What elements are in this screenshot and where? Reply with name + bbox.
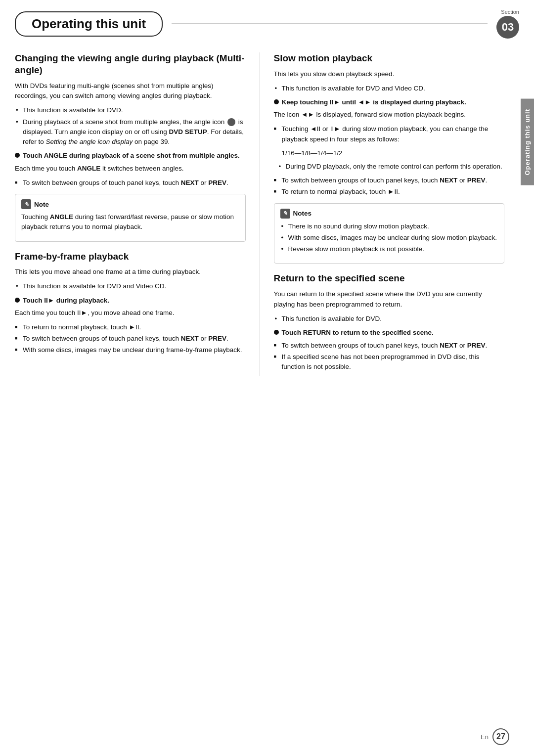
speed-bullets: During DVD playback, only the remote con… bbox=[278, 162, 505, 172]
frame-subheading-text: Touch II► during playback. bbox=[23, 296, 109, 306]
page-header: Operating this unit Section 03 bbox=[0, 0, 534, 39]
angle-icon bbox=[227, 118, 235, 126]
angle-subheading: Touch ANGLE during playback of a scene s… bbox=[15, 151, 246, 161]
angle-sub-text: Each time you touch ANGLE it switches be… bbox=[15, 164, 246, 174]
list-item: To switch between groups of touch panel … bbox=[274, 176, 505, 185]
page-footer: En 27 bbox=[481, 728, 509, 745]
slow-motion-subheading-text: Keep touching II► until ◄► is displayed … bbox=[282, 97, 466, 107]
circle-bullet-icon bbox=[15, 298, 20, 303]
slow-motion-intro: This lets you slow down playback speed. bbox=[274, 69, 505, 80]
slow-motion-sub-text: The icon ◄► is displayed, forward slow m… bbox=[274, 110, 505, 120]
section-slow-motion: Slow motion playback This lets you slow … bbox=[274, 52, 505, 264]
circle-bullet-icon bbox=[274, 330, 279, 335]
list-item: This function is available for DVD. bbox=[274, 314, 505, 324]
return-scene-subheading: Touch RETURN to return to the specified … bbox=[274, 328, 505, 338]
multi-angle-heading: Changing the viewing angle during playba… bbox=[15, 52, 246, 76]
circle-bullet-icon bbox=[274, 99, 279, 104]
page-title: Operating this unit bbox=[32, 16, 146, 31]
list-item: During DVD playback, only the remote con… bbox=[278, 162, 505, 172]
section-return-scene: Return to the specified scene You can re… bbox=[274, 272, 505, 372]
notes-box: ✎ Notes There is no sound during slow mo… bbox=[274, 203, 505, 264]
return-scene-heading: Return to the specified scene bbox=[274, 272, 505, 284]
section-number: 03 bbox=[496, 16, 519, 39]
slow-motion-subheading: Keep touching II► until ◄► is displayed … bbox=[274, 97, 505, 107]
page-number: 27 bbox=[492, 728, 509, 745]
list-item: To return to normal playback, touch ►II. bbox=[274, 187, 505, 197]
note-title: ✎ Note bbox=[21, 199, 239, 209]
frame-sub-text: Each time you touch II►, you move ahead … bbox=[15, 308, 246, 318]
title-box: Operating this unit bbox=[15, 11, 163, 37]
frame-intro: This lets you move ahead one frame at a … bbox=[15, 267, 246, 277]
multi-angle-bullets: This function is available for DVD. Duri… bbox=[15, 105, 246, 147]
slow-motion-heading: Slow motion playback bbox=[274, 52, 505, 64]
section-multi-angle: Changing the viewing angle during playba… bbox=[15, 52, 246, 242]
list-item: To switch between groups of touch panel … bbox=[274, 341, 505, 351]
list-item: This function is available for DVD and V… bbox=[15, 281, 246, 291]
return-scene-subheading-text: Touch RETURN to return to the specified … bbox=[282, 328, 434, 338]
frame-heading: Frame-by-frame playback bbox=[15, 251, 246, 263]
notes-list: There is no sound during slow motion pla… bbox=[280, 222, 498, 255]
return-scene-squares: To switch between groups of touch panel … bbox=[274, 341, 505, 372]
return-scene-bullets: This function is available for DVD. bbox=[274, 314, 505, 324]
list-item: There is no sound during slow motion pla… bbox=[280, 222, 498, 231]
list-item: This function is available for DVD. bbox=[15, 105, 246, 115]
list-item: Reverse slow motion playback is not poss… bbox=[280, 244, 498, 254]
footer-en-label: En bbox=[481, 733, 489, 741]
angle-squares: To switch between groups of touch panel … bbox=[15, 178, 246, 188]
list-item: With some discs, images may be unclear d… bbox=[15, 345, 246, 355]
slow-motion-squares1: Touching ◄II or II► during slow motion p… bbox=[274, 124, 505, 144]
circle-bullet-icon bbox=[15, 153, 20, 158]
list-item: To return to normal playback, touch ►II. bbox=[15, 322, 246, 332]
list-item: To switch between groups of touch panel … bbox=[15, 334, 246, 344]
frame-bullets: This function is available for DVD and V… bbox=[15, 281, 246, 291]
list-item: If a specified scene has not been prepro… bbox=[274, 352, 505, 372]
note-text: Touching ANGLE during fast forward/fast … bbox=[21, 212, 239, 232]
list-item: This function is available for DVD and V… bbox=[274, 84, 505, 93]
side-label: Operating this unit bbox=[521, 99, 534, 185]
return-scene-intro: You can return to the specified scene wh… bbox=[274, 289, 505, 310]
section-frame-by-frame: Frame-by-frame playback This lets you mo… bbox=[15, 251, 246, 356]
content-columns: Changing the viewing angle during playba… bbox=[0, 52, 519, 376]
angle-subheading-text: Touch ANGLE during playback of a scene s… bbox=[23, 151, 240, 161]
right-column: Slow motion playback This lets you slow … bbox=[260, 52, 505, 376]
notes-title: ✎ Notes bbox=[280, 209, 498, 219]
note-box: ✎ Note Touching ANGLE during fast forwar… bbox=[15, 194, 246, 242]
multi-angle-intro: With DVDs featuring multi-angle (scenes … bbox=[15, 81, 246, 102]
frame-subheading: Touch II► during playback. bbox=[15, 296, 246, 306]
section-label: Section bbox=[501, 9, 519, 15]
note-icon: ✎ bbox=[21, 199, 31, 209]
section-indicator: Section 03 bbox=[496, 9, 519, 39]
page-wrapper: Operating this unit Section 03 Operating… bbox=[0, 0, 534, 756]
frame-squares: To return to normal playback, touch ►II.… bbox=[15, 322, 246, 356]
notes-icon: ✎ bbox=[280, 209, 290, 219]
speed-steps: 1/16—1/8—1/4—1/2 bbox=[282, 148, 505, 159]
slow-motion-bullets: This function is available for DVD and V… bbox=[274, 84, 505, 93]
list-item: Touching ◄II or II► during slow motion p… bbox=[274, 124, 505, 144]
list-item: With some discs, images may be unclear d… bbox=[280, 233, 498, 243]
slow-motion-squares2: To switch between groups of touch panel … bbox=[274, 176, 505, 197]
list-item: To switch between groups of touch panel … bbox=[15, 178, 246, 188]
left-column: Changing the viewing angle during playba… bbox=[15, 52, 260, 376]
list-item: During playback of a scene shot from mul… bbox=[15, 117, 246, 147]
